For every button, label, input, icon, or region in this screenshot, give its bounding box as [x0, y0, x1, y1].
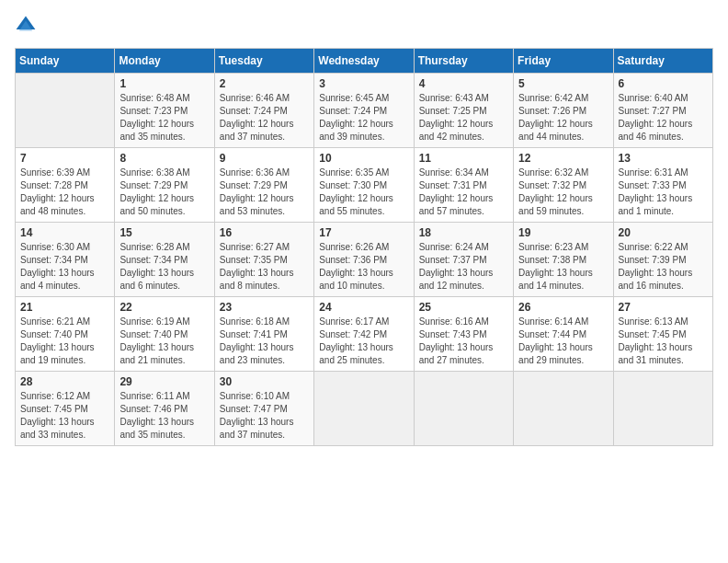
day-number: 17	[319, 226, 408, 239]
cell-content: Sunrise: 6:27 AMSunset: 7:35 PMDaylight:…	[220, 241, 309, 293]
day-number: 6	[619, 77, 708, 90]
sunset-text: Sunset: 7:25 PM	[419, 105, 508, 118]
sunset-text: Sunset: 7:45 PM	[20, 403, 109, 416]
sunrise-text: Sunrise: 6:46 AM	[220, 92, 309, 105]
cell-content: Sunrise: 6:12 AMSunset: 7:45 PMDaylight:…	[20, 390, 109, 442]
cell-content: Sunrise: 6:17 AMSunset: 7:42 PMDaylight:…	[319, 316, 408, 367]
sunset-text: Sunset: 7:23 PM	[119, 105, 209, 118]
day-number: 28	[20, 375, 109, 388]
day-number: 19	[518, 226, 608, 239]
calendar-cell: 26Sunrise: 6:14 AMSunset: 7:44 PMDayligh…	[514, 297, 613, 372]
sunrise-text: Sunrise: 6:16 AM	[419, 316, 508, 328]
sunrise-text: Sunrise: 6:40 AM	[619, 92, 708, 105]
cell-content: Sunrise: 6:13 AMSunset: 7:45 PMDaylight:…	[619, 316, 708, 367]
calendar-cell: 23Sunrise: 6:18 AMSunset: 7:41 PMDayligh…	[214, 297, 313, 372]
day-number: 8	[119, 152, 209, 165]
calendar-cell: 4Sunrise: 6:43 AMSunset: 7:25 PMDaylight…	[414, 74, 513, 148]
daylight-text: Daylight: 13 hours and 16 minutes.	[619, 267, 708, 293]
daylight-text: Daylight: 12 hours and 44 minutes.	[518, 118, 608, 144]
calendar-cell: 27Sunrise: 6:13 AMSunset: 7:45 PMDayligh…	[613, 297, 712, 372]
daylight-text: Daylight: 12 hours and 39 minutes.	[319, 118, 408, 144]
day-number: 10	[319, 152, 408, 165]
sunset-text: Sunset: 7:46 PM	[119, 403, 209, 416]
cell-content: Sunrise: 6:21 AMSunset: 7:40 PMDaylight:…	[20, 316, 109, 367]
sunset-text: Sunset: 7:24 PM	[220, 105, 309, 118]
calendar-week-row: 1Sunrise: 6:48 AMSunset: 7:23 PMDaylight…	[16, 74, 713, 148]
cell-content: Sunrise: 6:40 AMSunset: 7:27 PMDaylight:…	[619, 92, 708, 144]
sunrise-text: Sunrise: 6:48 AM	[119, 92, 209, 105]
daylight-text: Daylight: 13 hours and 6 minutes.	[119, 267, 209, 293]
calendar-cell: 10Sunrise: 6:35 AMSunset: 7:30 PMDayligh…	[314, 148, 414, 223]
daylight-text: Daylight: 13 hours and 10 minutes.	[319, 267, 408, 293]
sunset-text: Sunset: 7:34 PM	[119, 254, 209, 267]
cell-content: Sunrise: 6:19 AMSunset: 7:40 PMDaylight:…	[119, 316, 209, 367]
sunset-text: Sunset: 7:47 PM	[220, 403, 309, 416]
calendar-cell	[514, 372, 613, 446]
sunset-text: Sunset: 7:45 PM	[619, 328, 708, 341]
day-number: 20	[619, 226, 708, 239]
calendar-cell: 6Sunrise: 6:40 AMSunset: 7:27 PMDaylight…	[613, 74, 712, 148]
day-number: 2	[220, 77, 309, 90]
calendar-cell: 2Sunrise: 6:46 AMSunset: 7:24 PMDaylight…	[214, 74, 313, 148]
sunset-text: Sunset: 7:31 PM	[419, 179, 508, 192]
cell-content: Sunrise: 6:26 AMSunset: 7:36 PMDaylight:…	[319, 241, 408, 293]
daylight-text: Daylight: 12 hours and 46 minutes.	[619, 118, 708, 144]
calendar-cell	[613, 372, 712, 446]
sunrise-text: Sunrise: 6:19 AM	[119, 316, 209, 328]
daylight-text: Daylight: 13 hours and 27 minutes.	[419, 341, 508, 367]
sunrise-text: Sunrise: 6:45 AM	[319, 92, 408, 105]
day-number: 5	[518, 77, 608, 90]
sunset-text: Sunset: 7:30 PM	[319, 179, 408, 192]
calendar-cell: 29Sunrise: 6:11 AMSunset: 7:46 PMDayligh…	[115, 372, 214, 446]
sunset-text: Sunset: 7:44 PM	[518, 328, 608, 341]
sunrise-text: Sunrise: 6:22 AM	[619, 241, 708, 254]
day-number: 27	[619, 301, 708, 314]
calendar-cell: 11Sunrise: 6:34 AMSunset: 7:31 PMDayligh…	[414, 148, 513, 223]
sunset-text: Sunset: 7:32 PM	[518, 179, 608, 192]
sunrise-text: Sunrise: 6:42 AM	[518, 92, 608, 105]
sunset-text: Sunset: 7:37 PM	[419, 254, 508, 267]
day-number: 7	[20, 152, 109, 165]
calendar-cell: 22Sunrise: 6:19 AMSunset: 7:40 PMDayligh…	[115, 297, 214, 372]
weekday-header: Thursday	[414, 49, 513, 74]
daylight-text: Daylight: 12 hours and 50 minutes.	[119, 192, 209, 218]
daylight-text: Daylight: 12 hours and 35 minutes.	[119, 118, 209, 144]
sunset-text: Sunset: 7:24 PM	[319, 105, 408, 118]
sunset-text: Sunset: 7:40 PM	[119, 328, 209, 341]
calendar-cell: 8Sunrise: 6:38 AMSunset: 7:29 PMDaylight…	[115, 148, 214, 223]
sunrise-text: Sunrise: 6:31 AM	[619, 167, 708, 179]
logo-icon	[15, 15, 37, 37]
calendar-cell: 1Sunrise: 6:48 AMSunset: 7:23 PMDaylight…	[115, 74, 214, 148]
day-number: 9	[220, 152, 309, 165]
sunset-text: Sunset: 7:29 PM	[220, 179, 309, 192]
day-number: 11	[419, 152, 508, 165]
cell-content: Sunrise: 6:32 AMSunset: 7:32 PMDaylight:…	[518, 167, 608, 218]
day-number: 21	[20, 301, 109, 314]
daylight-text: Daylight: 12 hours and 57 minutes.	[419, 192, 508, 218]
sunrise-text: Sunrise: 6:43 AM	[419, 92, 508, 105]
calendar-cell: 7Sunrise: 6:39 AMSunset: 7:28 PMDaylight…	[16, 148, 115, 223]
day-number: 16	[220, 226, 309, 239]
daylight-text: Daylight: 13 hours and 33 minutes.	[20, 416, 109, 442]
sunrise-text: Sunrise: 6:17 AM	[319, 316, 408, 328]
daylight-text: Daylight: 13 hours and 4 minutes.	[20, 267, 109, 293]
sunset-text: Sunset: 7:43 PM	[419, 328, 508, 341]
cell-content: Sunrise: 6:22 AMSunset: 7:39 PMDaylight:…	[619, 241, 708, 293]
cell-content: Sunrise: 6:28 AMSunset: 7:34 PMDaylight:…	[119, 241, 209, 293]
sunset-text: Sunset: 7:28 PM	[20, 179, 109, 192]
day-number: 12	[518, 152, 608, 165]
calendar-cell: 12Sunrise: 6:32 AMSunset: 7:32 PMDayligh…	[514, 148, 613, 223]
sunrise-text: Sunrise: 6:35 AM	[319, 167, 408, 179]
calendar-cell: 21Sunrise: 6:21 AMSunset: 7:40 PMDayligh…	[16, 297, 115, 372]
day-number: 24	[319, 301, 408, 314]
sunset-text: Sunset: 7:27 PM	[619, 105, 708, 118]
sunrise-text: Sunrise: 6:14 AM	[518, 316, 608, 328]
cell-content: Sunrise: 6:31 AMSunset: 7:33 PMDaylight:…	[619, 167, 708, 218]
sunset-text: Sunset: 7:29 PM	[119, 179, 209, 192]
calendar-cell: 13Sunrise: 6:31 AMSunset: 7:33 PMDayligh…	[613, 148, 712, 223]
calendar-cell: 30Sunrise: 6:10 AMSunset: 7:47 PMDayligh…	[214, 372, 313, 446]
daylight-text: Daylight: 13 hours and 37 minutes.	[220, 416, 309, 442]
cell-content: Sunrise: 6:24 AMSunset: 7:37 PMDaylight:…	[419, 241, 508, 293]
daylight-text: Daylight: 13 hours and 12 minutes.	[419, 267, 508, 293]
daylight-text: Daylight: 12 hours and 37 minutes.	[220, 118, 309, 144]
